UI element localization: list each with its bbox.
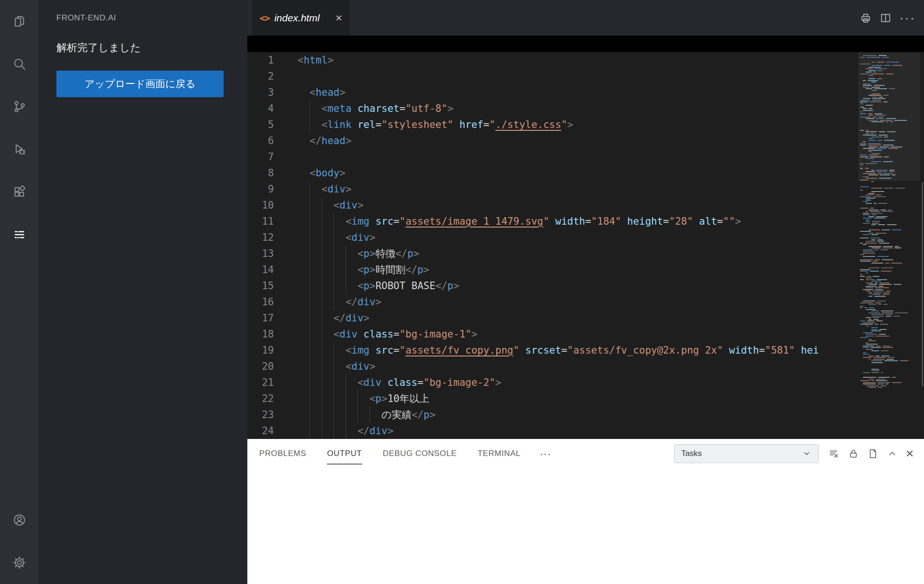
source-control-icon	[12, 100, 27, 114]
line-number: 19	[247, 342, 274, 358]
panel-overflow-icon[interactable]: ···	[540, 448, 551, 459]
chevron-down-icon	[802, 449, 812, 458]
code-line: 7	[247, 149, 924, 165]
minimap[interactable]	[858, 52, 920, 439]
code-line: 9<div>	[247, 181, 924, 197]
code-line: 19<img src="assets/fv_copy.png" srcset="…	[247, 342, 924, 358]
code-line: 3<head>	[247, 84, 924, 100]
panel-tab-terminal[interactable]: TERMINAL	[478, 449, 521, 458]
panel-action-icons: ×	[828, 447, 914, 460]
tasks-dropdown[interactable]: Tasks	[674, 444, 819, 463]
activity-item-source-control[interactable]	[0, 85, 38, 128]
panel-tab-output[interactable]: OUTPUT	[327, 449, 362, 458]
code-text: </div>	[274, 294, 381, 310]
panel-tab-problems[interactable]: PROBLEMS	[259, 449, 306, 458]
code-text: の実績</p>	[274, 407, 435, 423]
code-editor[interactable]: 1<html>23<head>4<meta charset="utf-8">5<…	[247, 52, 924, 439]
code-line: 20<div>	[247, 358, 924, 374]
print-icon[interactable]	[860, 12, 872, 24]
editor-black-bar	[247, 36, 924, 52]
code-text: <div>	[274, 229, 375, 246]
code-line: 4<meta charset="utf-8">	[247, 100, 924, 117]
code-text: <html>	[274, 52, 334, 68]
code-line: 13<p>特徴</p>	[247, 246, 924, 262]
code-line: 14<p>時間割</p>	[247, 262, 924, 278]
code-text	[274, 149, 298, 165]
code-line: 23の実績</p>	[247, 407, 924, 423]
sidebar-title: FRONT-END.AI	[56, 0, 247, 23]
files-icon	[12, 14, 27, 28]
code-text: <div class="bg-image-2">	[274, 374, 501, 391]
activity-item-explorer[interactable]	[0, 0, 38, 43]
line-number: 14	[247, 262, 274, 278]
line-number: 3	[247, 84, 274, 100]
activity-item-search[interactable]	[0, 43, 38, 85]
editor-actions: ···	[860, 0, 924, 36]
code-line: 1<html>	[247, 52, 924, 68]
editor-body: 1<html>23<head>4<meta charset="utf-8">5<…	[247, 52, 924, 439]
run-debug-icon	[12, 142, 27, 156]
open-log-file-icon[interactable]	[867, 448, 879, 459]
code-text: <link rel="stylesheet" href="./style.css…	[274, 117, 573, 133]
maximize-panel-icon[interactable]	[887, 448, 898, 459]
activity-item-frontend-ai[interactable]	[0, 213, 38, 256]
code-line: 24</div>	[247, 423, 924, 439]
line-number: 23	[247, 407, 274, 423]
code-text: <div>	[274, 358, 375, 374]
code-line: 6</head>	[247, 133, 924, 149]
account-icon	[12, 513, 27, 527]
line-number: 9	[247, 181, 274, 197]
code-line: 2	[247, 68, 924, 84]
back-to-upload-button[interactable]: アップロード画面に戻る	[56, 71, 224, 97]
line-number: 17	[247, 310, 274, 326]
activity-item-extensions[interactable]	[0, 171, 38, 213]
tab-close-icon[interactable]: ×	[335, 12, 342, 24]
search-icon	[12, 57, 27, 71]
code-line: 21<div class="bg-image-2">	[247, 374, 924, 391]
code-line: 22<p>10年以上	[247, 391, 924, 407]
code-line: 16</div>	[247, 294, 924, 310]
editor-scrollbar[interactable]	[922, 182, 923, 386]
line-number: 20	[247, 358, 274, 374]
close-panel-icon[interactable]: ×	[906, 447, 914, 460]
code-text: <meta charset="utf-8">	[274, 100, 453, 117]
activity-bar	[0, 0, 38, 584]
code-text: <p>ROBOT BASE</p>	[274, 278, 459, 294]
split-editor-icon[interactable]	[879, 12, 892, 24]
code-text: <body>	[274, 165, 345, 181]
line-number: 15	[247, 278, 274, 294]
line-number: 16	[247, 294, 274, 310]
code-text: </head>	[274, 133, 352, 149]
activity-item-settings[interactable]	[0, 541, 38, 584]
activity-item-run-debug[interactable]	[0, 128, 38, 171]
code-line: 8<body>	[247, 165, 924, 181]
line-number: 12	[247, 229, 274, 246]
bottom-panel: PROBLEMSOUTPUTDEBUG CONSOLETERMINAL ··· …	[247, 439, 924, 584]
code-text	[274, 68, 298, 84]
frontend-ai-panel-icon	[12, 228, 27, 242]
code-text: </div>	[274, 310, 370, 326]
panel-header: PROBLEMSOUTPUTDEBUG CONSOLETERMINAL ··· …	[247, 439, 924, 468]
code-line: 18<div class="bg-image-1">	[247, 326, 924, 342]
more-actions-icon[interactable]: ···	[899, 11, 915, 25]
extensions-icon	[12, 185, 27, 199]
analysis-status-text: 解析完了しました	[56, 41, 247, 55]
tab-index-html[interactable]: <> index.html ×	[252, 0, 350, 36]
code-line: 5<link rel="stylesheet" href="./style.cs…	[247, 117, 924, 133]
html-file-icon: <>	[260, 13, 270, 23]
lock-icon[interactable]	[848, 448, 859, 459]
line-number: 11	[247, 213, 274, 229]
tasks-dropdown-value: Tasks	[681, 449, 702, 458]
line-number: 7	[247, 149, 274, 165]
code-text: <img src="assets/fv_copy.png" srcset="as…	[274, 342, 819, 358]
line-number: 6	[247, 133, 274, 149]
editor-tab-bar: <> index.html × ···	[247, 0, 924, 36]
line-number: 4	[247, 100, 274, 117]
code-line: 12<div>	[247, 229, 924, 246]
clear-output-icon[interactable]	[828, 448, 840, 459]
panel-tab-debug-console[interactable]: DEBUG CONSOLE	[383, 449, 457, 458]
output-panel-content[interactable]	[247, 468, 924, 584]
code-text: </div>	[274, 423, 393, 439]
tab-label: index.html	[274, 12, 320, 24]
activity-item-account[interactable]	[0, 499, 38, 541]
